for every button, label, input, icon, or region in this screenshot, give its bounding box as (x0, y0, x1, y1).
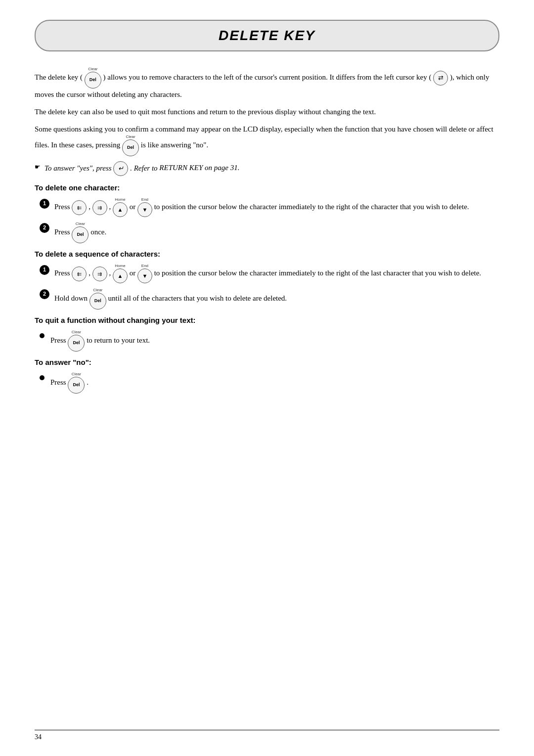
content-area: The delete key ( Clear Del ) allows you … (35, 67, 499, 394)
page-footer: 34 (35, 730, 499, 741)
page-number: 34 (35, 733, 42, 741)
end-key-1: End ▼ (137, 198, 152, 217)
section2-step2: 2 Hold down Clear Del until all of the c… (40, 288, 499, 310)
arrow-left-key-1: ⇇ (72, 200, 87, 215)
note-icon: ☛ (35, 162, 41, 173)
section3-bullet1-text: Press Clear Del to return to your text. (50, 330, 150, 352)
del-key-inline-2: Clear Del (122, 135, 139, 156)
section-heading-4: To answer "no": (35, 356, 499, 368)
cursor-key-inline: ⇄ (433, 71, 448, 86)
section4-bullet1: Press Clear Del . (40, 372, 499, 394)
arrow-left-key-2: ⇇ (72, 267, 87, 281)
intro-para-2: The delete key can also be used to quit … (35, 106, 499, 118)
del-key-s2s2: Clear Del (89, 288, 106, 310)
section2-step1-text: Press ⇇ , ⇉ , Home ▲ or End ▼ to positio… (54, 264, 481, 283)
intro-para-3: Some questions asking you to confirm a c… (35, 123, 499, 157)
del-key-s4: Clear Del (68, 372, 85, 394)
del-key-inline-1: Clear Del (85, 67, 101, 89)
del-key-s1s2: Clear Del (72, 222, 89, 243)
title-box: DELETE KEY (35, 20, 499, 51)
intro-para-1: The delete key ( Clear Del ) allows you … (35, 67, 499, 101)
section2-step2-text: Hold down Clear Del until all of the cha… (54, 288, 287, 310)
home-key-2: Home ▲ (113, 264, 128, 283)
page: DELETE KEY The delete key ( Clear Del ) … (0, 0, 534, 756)
note-text: To answer "yes", press ↵ . Refer to RETU… (44, 161, 239, 176)
section1-step2-text: Press Clear Del once. (54, 222, 106, 243)
section-heading-3: To quit a function without changing your… (35, 314, 499, 326)
section-heading-1: To delete one character: (35, 182, 499, 194)
section1-step1: 1 Press ⇇ , ⇉ , Home ▲ or End ▼ to posit… (40, 198, 499, 217)
return-key-note: ↵ (113, 161, 128, 176)
section1-step2: 2 Press Clear Del once. (40, 222, 499, 243)
section1-step1-text: Press ⇇ , ⇉ , Home ▲ or End ▼ to positio… (54, 198, 469, 217)
section4-bullet1-text: Press Clear Del . (50, 372, 89, 394)
bullet-dot-2 (40, 375, 44, 380)
end-key-2: End ▼ (137, 264, 152, 283)
section3-bullet1: Press Clear Del to return to your text. (40, 330, 499, 352)
page-title: DELETE KEY (219, 28, 315, 43)
bullet-dot-1 (40, 333, 44, 338)
section-heading-2: To delete a sequence of characters: (35, 248, 499, 260)
home-key-1: Home ▲ (113, 198, 128, 217)
arrow-right-key-1: ⇉ (92, 200, 107, 215)
note-line: ☛ To answer "yes", press ↵ . Refer to RE… (35, 161, 499, 176)
del-key-s3: Clear Del (68, 330, 85, 352)
section2-step1: 1 Press ⇇ , ⇉ , Home ▲ or End ▼ to posit… (40, 264, 499, 283)
arrow-right-key-2: ⇉ (92, 267, 107, 281)
